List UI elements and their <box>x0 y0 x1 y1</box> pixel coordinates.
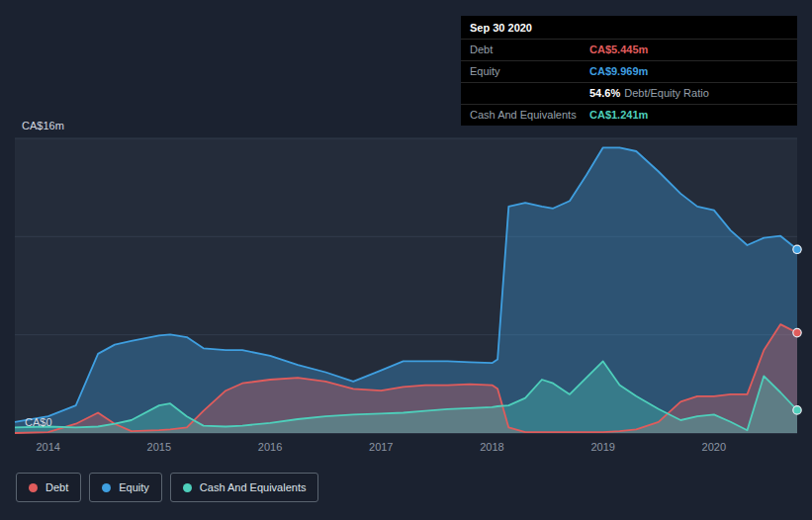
x-tick-label: 2020 <box>702 441 726 453</box>
legend-debt-label: Debt <box>45 481 68 493</box>
debt-equity-area-chart[interactable] <box>15 138 797 433</box>
tooltip-ratio-value: 54.6% <box>589 86 620 101</box>
x-tick-label: 2016 <box>258 441 282 453</box>
y-axis-max-label: CA$16m <box>22 120 64 131</box>
legend-item-cash[interactable]: Cash And Equivalents <box>170 473 319 502</box>
x-tick-label: 2014 <box>36 441 59 453</box>
x-tick-label: 2018 <box>480 441 503 453</box>
tooltip-equity-row: Equity CA$9.969m <box>461 60 797 82</box>
tooltip-cash-label: Cash And Equivalents <box>470 108 589 123</box>
tooltip-date: Sep 30 2020 <box>461 16 797 39</box>
equity-endpoint-marker <box>793 245 801 253</box>
legend-item-equity[interactable]: Equity <box>89 473 162 502</box>
x-tick-label: 2017 <box>369 441 393 453</box>
tooltip-ratio-row: 54.6% Debt/Equity Ratio <box>461 82 797 104</box>
chart-legend: Debt Equity Cash And Equivalents <box>16 473 318 502</box>
x-tick-label: 2019 <box>590 441 614 453</box>
legend-equity-label: Equity <box>119 481 149 493</box>
tooltip-equity-label: Equity <box>470 64 589 79</box>
cash-dot-icon <box>183 483 192 492</box>
debt-endpoint-marker <box>793 328 801 336</box>
legend-item-debt[interactable]: Debt <box>16 473 81 502</box>
y-axis-zero-label: CA$0 <box>25 416 52 428</box>
debt-equity-history-panel: CA$16m CA$0 Sep 30 2020 Debt CA$5.445m E… <box>0 0 812 520</box>
legend-cash-label: Cash And Equivalents <box>200 481 307 493</box>
tooltip-ratio-label: Debt/Equity Ratio <box>624 86 709 101</box>
equity-dot-icon <box>102 483 111 492</box>
tooltip-debt-label: Debt <box>470 43 589 57</box>
x-tick-label: 2015 <box>147 441 171 453</box>
chart-tooltip: Sep 30 2020 Debt CA$5.445m Equity CA$9.9… <box>461 16 797 126</box>
tooltip-cash-value: CA$1.241m <box>589 108 648 123</box>
cash-and-equivalents-endpoint-marker <box>793 406 801 414</box>
tooltip-debt-row: Debt CA$5.445m <box>461 39 797 60</box>
tooltip-debt-value: CA$5.445m <box>589 43 648 57</box>
tooltip-equity-value: CA$9.969m <box>589 64 648 79</box>
debt-dot-icon <box>29 483 38 492</box>
tooltip-cash-row: Cash And Equivalents CA$1.241m <box>461 104 797 126</box>
